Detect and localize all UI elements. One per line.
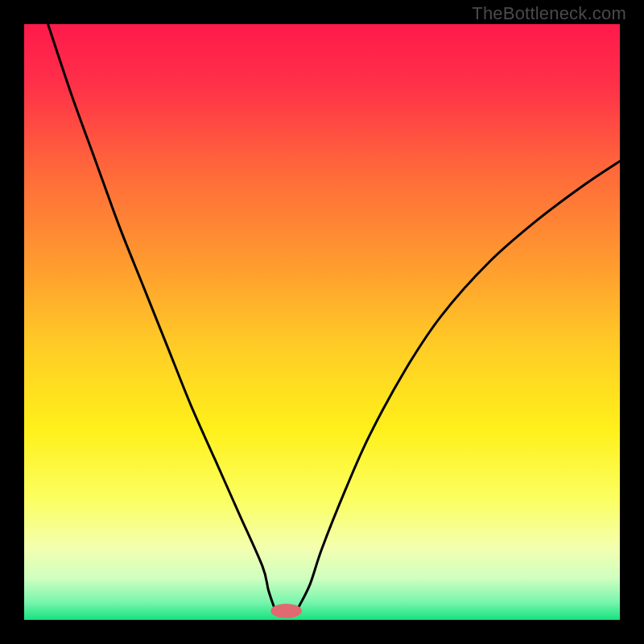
minimum-marker	[270, 604, 301, 618]
watermark-text: TheBottleneck.com	[472, 3, 626, 24]
bottleneck-chart	[24, 24, 620, 620]
chart-frame: TheBottleneck.com	[0, 0, 644, 644]
gradient-background	[24, 24, 620, 620]
plot-area	[24, 24, 620, 620]
